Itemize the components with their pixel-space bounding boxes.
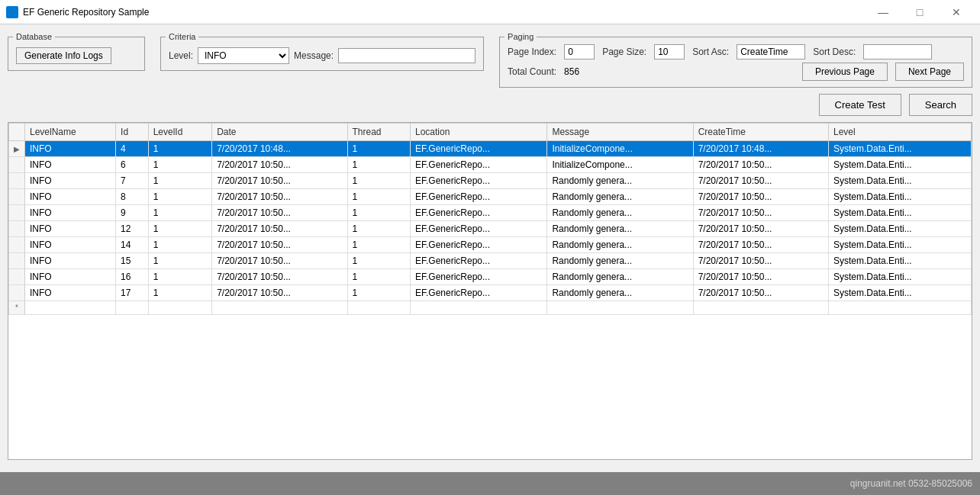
cell-createtime: 7/20/2017 10:50... [693, 189, 828, 205]
page-size-input[interactable] [654, 44, 685, 59]
row-indicator [9, 173, 25, 189]
cell-createtime: 7/20/2017 10:50... [693, 221, 828, 237]
cell-location: EF.GenericRepo... [410, 221, 546, 237]
cell-message: Randomly genera... [547, 205, 693, 221]
col-message: Message [547, 124, 693, 141]
cell-id: 12 [116, 221, 149, 237]
create-test-button[interactable]: Create Test [819, 94, 901, 116]
col-date: Date [212, 124, 347, 141]
total-count-label: Total Count: [508, 66, 556, 77]
cell-id: 15 [116, 253, 149, 269]
page-index-input[interactable] [564, 44, 595, 59]
cell-id: 9 [116, 205, 149, 221]
col-location: Location [410, 124, 546, 141]
cell-createtime: 7/20/2017 10:50... [693, 269, 828, 285]
title-bar: EF Generic Repository Sample — □ ✕ [0, 0, 980, 24]
cell-levelname: INFO [25, 157, 116, 173]
cell-date: 7/20/2017 10:50... [212, 285, 347, 301]
table-row[interactable]: INFO817/20/2017 10:50...1EF.GenericRepo.… [9, 189, 972, 205]
cell-thread: 1 [347, 269, 410, 285]
data-table-container: LevelName Id LevelId Date Thread Locatio… [8, 122, 972, 460]
cell-date: 7/20/2017 10:48... [212, 141, 347, 157]
cell-levelid: 1 [148, 269, 212, 285]
generate-info-logs-button[interactable]: Generate Info Logs [16, 47, 111, 64]
cell-id: 4 [116, 141, 149, 157]
cell-id: 7 [116, 173, 149, 189]
col-createtime: CreateTime [693, 124, 828, 141]
cell-createtime: 7/20/2017 10:50... [693, 285, 828, 301]
row-indicator [9, 157, 25, 173]
table-row[interactable]: INFO1417/20/2017 10:50...1EF.GenericRepo… [9, 237, 972, 253]
previous-page-button[interactable]: Previous Page [802, 63, 888, 81]
table-row[interactable]: INFO917/20/2017 10:50...1EF.GenericRepo.… [9, 205, 972, 221]
minimize-button[interactable]: — [866, 2, 901, 23]
table-row[interactable]: INFO1217/20/2017 10:50...1EF.GenericRepo… [9, 221, 972, 237]
page-index-label: Page Index: [508, 47, 556, 57]
cell-thread: 1 [347, 253, 410, 269]
cell-levelname: INFO [25, 237, 116, 253]
cell-location: EF.GenericRepo... [410, 253, 546, 269]
cell-id: 14 [116, 237, 149, 253]
cell-thread: 1 [347, 237, 410, 253]
title-bar-title: EF Generic Repository Sample [23, 7, 149, 18]
cell-location: EF.GenericRepo... [410, 237, 546, 253]
table-row[interactable]: INFO1717/20/2017 10:50...1EF.GenericRepo… [9, 285, 972, 301]
data-table: LevelName Id LevelId Date Thread Locatio… [8, 123, 972, 315]
row-indicator [9, 269, 25, 285]
cell-message: Randomly genera... [547, 269, 693, 285]
row-indicator-header [9, 124, 25, 141]
paging-panel: Paging Page Index: Page Size: Sort Asc: … [499, 32, 972, 88]
maximize-button[interactable]: □ [902, 2, 937, 23]
close-button[interactable]: ✕ [939, 2, 974, 23]
cell-id: 16 [116, 269, 149, 285]
table-header-row: LevelName Id LevelId Date Thread Locatio… [9, 124, 972, 141]
next-page-button[interactable]: Next Page [895, 63, 964, 81]
row-indicator [9, 205, 25, 221]
cell-level: System.Data.Enti... [829, 173, 972, 189]
table-row[interactable]: INFO617/20/2017 10:50...1EF.GenericRepo.… [9, 157, 972, 173]
new-row-indicator: * [9, 301, 972, 315]
cell-createtime: 7/20/2017 10:50... [693, 237, 828, 253]
cell-level: System.Data.Enti... [829, 285, 972, 301]
cell-message: Randomly genera... [547, 221, 693, 237]
total-count-value: 856 [564, 66, 579, 77]
cell-createtime: 7/20/2017 10:50... [693, 253, 828, 269]
cell-createtime: 7/20/2017 10:50... [693, 205, 828, 221]
col-levelid: LevelId [148, 124, 212, 141]
table-row[interactable]: INFO1517/20/2017 10:50...1EF.GenericRepo… [9, 253, 972, 269]
message-input[interactable] [338, 48, 475, 63]
cell-location: EF.GenericRepo... [410, 141, 546, 157]
cell-level: System.Data.Enti... [829, 221, 972, 237]
cell-date: 7/20/2017 10:50... [212, 253, 347, 269]
cell-message: Randomly genera... [547, 253, 693, 269]
cell-message: Randomly genera... [547, 237, 693, 253]
cell-level: System.Data.Enti... [829, 253, 972, 269]
cell-levelname: INFO [25, 173, 116, 189]
table-row[interactable]: INFO1617/20/2017 10:50...1EF.GenericRepo… [9, 269, 972, 285]
cell-thread: 1 [347, 157, 410, 173]
cell-createtime: 7/20/2017 10:50... [693, 173, 828, 189]
app-icon [6, 6, 18, 18]
table-row[interactable]: INFO717/20/2017 10:50...1EF.GenericRepo.… [9, 173, 972, 189]
new-row-star: * [9, 301, 25, 315]
row-indicator [9, 253, 25, 269]
cell-date: 7/20/2017 10:50... [212, 157, 347, 173]
database-panel: Database Generate Info Logs [8, 32, 145, 71]
cell-levelid: 1 [148, 173, 212, 189]
cell-thread: 1 [347, 173, 410, 189]
cell-location: EF.GenericRepo... [410, 285, 546, 301]
row-indicator [9, 221, 25, 237]
cell-date: 7/20/2017 10:50... [212, 237, 347, 253]
table-row[interactable]: ▶INFO417/20/2017 10:48...1EF.GenericRepo… [9, 141, 972, 157]
cell-levelid: 1 [148, 141, 212, 157]
cell-levelid: 1 [148, 221, 212, 237]
row-indicator: ▶ [9, 141, 25, 157]
database-legend: Database [13, 32, 55, 41]
criteria-panel: Criteria Level: INFO DEBUG WARN ERROR Me… [160, 32, 484, 71]
footer-bar: qingruanit.net 0532-85025006 [0, 472, 980, 495]
sort-desc-input[interactable] [863, 44, 932, 59]
cell-date: 7/20/2017 10:50... [212, 269, 347, 285]
sort-asc-input[interactable] [737, 44, 805, 59]
search-button[interactable]: Search [909, 94, 972, 116]
level-select[interactable]: INFO DEBUG WARN ERROR [198, 47, 289, 64]
